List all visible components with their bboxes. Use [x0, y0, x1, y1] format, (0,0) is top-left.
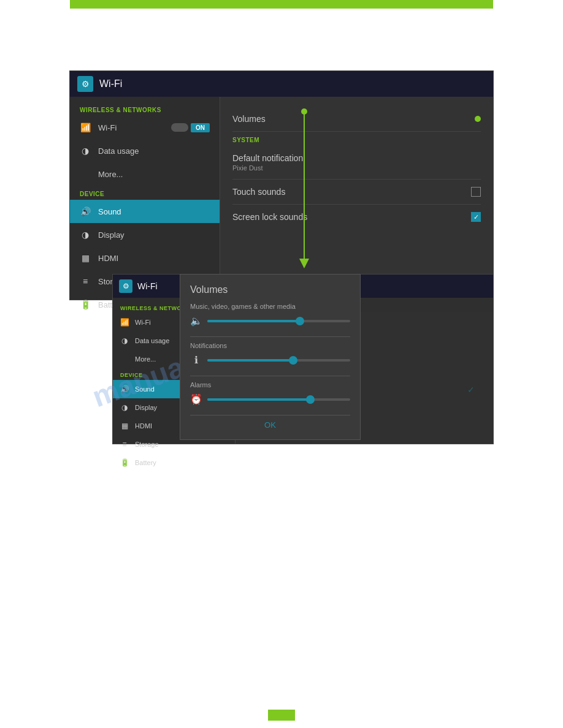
notifications-slider[interactable] [207, 359, 350, 362]
notifications-volume-row: ℹ [190, 354, 350, 366]
volumes-dialog: Volumes Music, video, games & other medi… [180, 274, 361, 440]
wifi-toggle[interactable]: ON [171, 123, 210, 132]
screen-lock-sounds-label: Screen lock sounds [232, 212, 471, 222]
top-bar [70, 0, 493, 9]
storage-icon: ≡ [80, 276, 91, 287]
volumes-label: Volumes [232, 114, 470, 124]
alarms-slider-fill [207, 398, 310, 401]
sidebar-item-wifi-label-2: Wi-Fi [135, 319, 151, 326]
sidebar-item-more-label: More... [98, 170, 123, 179]
music-section-label: Music, video, games & other media [190, 303, 350, 310]
content-area-1: WIRELESS & NETWORKS 📶 Wi-Fi ON ◑ Data us… [70, 97, 493, 300]
device-section-label: DEVICE [70, 186, 220, 200]
music-slider-thumb[interactable] [296, 317, 304, 325]
divider-1 [190, 336, 350, 337]
sidebar-item-battery-label-2: Battery [135, 459, 156, 466]
volumes-row[interactable]: Volumes [232, 107, 481, 132]
volumes-dot [475, 116, 481, 122]
title-bar-1: ⚙ Wi-Fi [70, 71, 493, 97]
sidebar-item-battery-2[interactable]: 🔋 Battery [113, 453, 235, 472]
data-usage-icon: ◑ [80, 145, 91, 156]
data-usage-icon-2: ◑ [120, 336, 129, 345]
music-slider[interactable] [207, 320, 350, 322]
toggle-on-label: ON [191, 123, 210, 132]
toggle-track [171, 123, 188, 132]
divider-3 [190, 415, 350, 415]
notifications-slider-thumb[interactable] [289, 356, 297, 365]
sidebar-item-hdmi-label-2: HDMI [135, 422, 152, 430]
settings-icon-2: ⚙ [119, 279, 132, 293]
battery-icon: 🔋 [80, 299, 91, 310]
right-panel-1: Volumes SYSTEM Default notification Pixi… [220, 97, 493, 300]
default-notification-label: Default notification [232, 153, 481, 163]
storage-icon-2: ≡ [120, 440, 129, 449]
sidebar-item-data-usage[interactable]: ◑ Data usage [70, 139, 220, 162]
default-notification-row[interactable]: Default notification Pixie Dust [232, 146, 481, 180]
wireless-section-label: WIRELESS & NETWORKS [70, 102, 220, 116]
alarms-volume-row: ⏰ [190, 393, 350, 405]
sidebar-item-display[interactable]: ◑ Display [70, 223, 220, 246]
sidebar-item-wifi-label: Wi-Fi [98, 123, 117, 132]
alarms-slider[interactable] [207, 398, 350, 401]
notifications-section-label: Notifications [190, 342, 350, 349]
hdmi-icon: ▦ [80, 252, 91, 264]
alarms-slider-thumb[interactable] [306, 395, 315, 404]
display-icon-2: ◑ [120, 403, 129, 412]
touch-sounds-label: Touch sounds [232, 187, 471, 197]
screenshot-1: ⚙ Wi-Fi WIRELESS & NETWORKS 📶 Wi-Fi ON ◑… [69, 70, 494, 300]
touch-sounds-row[interactable]: Touch sounds [232, 180, 481, 205]
sound-icon: 🔊 [80, 206, 91, 217]
checkmark-2: ✓ [467, 385, 475, 395]
music-volume-row: 🔈 [190, 315, 350, 327]
default-notification-sublabel: Pixie Dust [232, 164, 481, 172]
music-icon: 🔈 [190, 315, 202, 327]
screen-lock-sounds-row[interactable]: Screen lock sounds ✓ [232, 205, 481, 229]
ok-button[interactable]: OK [190, 420, 350, 430]
sidebar-item-sound-label-2: Sound [135, 385, 155, 393]
battery-icon-2: 🔋 [120, 458, 129, 467]
sidebar-item-hdmi-label: HDMI [98, 254, 118, 263]
sidebar-item-sound-label: Sound [98, 207, 121, 216]
screen-lock-sounds-checkbox[interactable]: ✓ [471, 212, 481, 222]
touch-sounds-checkbox[interactable] [471, 187, 481, 197]
default-notification-label-group: Default notification Pixie Dust [232, 153, 481, 172]
system-section-label: SYSTEM [232, 132, 481, 146]
volumes-dialog-title: Volumes [190, 284, 350, 295]
notifications-slider-fill [207, 359, 293, 362]
alarms-icon: ⏰ [190, 393, 202, 405]
music-slider-fill [207, 320, 300, 322]
sidebar-item-data-usage-label: Data usage [98, 146, 139, 156]
page-title-2: Wi-Fi [137, 281, 158, 291]
divider-2 [190, 376, 350, 376]
sidebar-item-more[interactable]: More... [70, 162, 220, 186]
more-icon-2 [120, 355, 129, 363]
more-icon [80, 169, 91, 180]
sidebar-1: WIRELESS & NETWORKS 📶 Wi-Fi ON ◑ Data us… [70, 97, 220, 300]
wifi-icon-2: 📶 [120, 318, 129, 327]
sidebar-item-display-label: Display [98, 230, 124, 240]
alarms-section-label: Alarms [190, 381, 350, 389]
sidebar-item-data-usage-label-2: Data usage [135, 337, 169, 344]
settings-icon: ⚙ [77, 76, 93, 92]
sidebar-item-wifi[interactable]: 📶 Wi-Fi ON [70, 116, 220, 139]
page-title-1: Wi-Fi [99, 78, 122, 89]
hdmi-icon-2: ▦ [120, 422, 129, 430]
display-icon: ◑ [80, 229, 91, 240]
sound-icon-2: 🔊 [120, 385, 129, 393]
notifications-icon: ℹ [190, 354, 202, 366]
sidebar-item-sound[interactable]: 🔊 Sound [70, 200, 220, 223]
sidebar-item-more-label-2: More... [135, 355, 156, 363]
sidebar-item-hdmi[interactable]: ▦ HDMI [70, 246, 220, 270]
bottom-bar [268, 710, 295, 721]
sidebar-item-display-label-2: Display [135, 404, 157, 411]
wifi-icon: 📶 [80, 122, 91, 133]
sidebar-item-storage-label-2: Storage [135, 441, 159, 448]
